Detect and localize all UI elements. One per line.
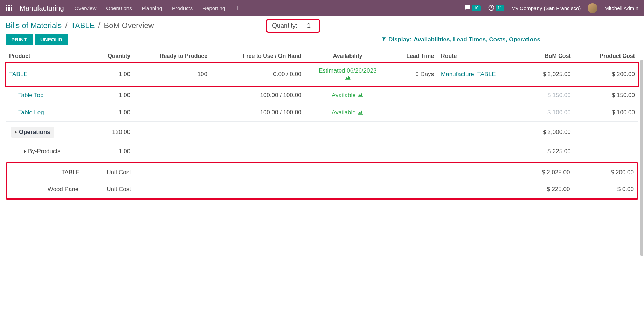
cell-qty: 1.00 [83,104,134,122]
col-bom-cost[interactable]: BoM Cost [510,50,574,62]
col-product[interactable]: Product [6,50,83,62]
avatar[interactable] [588,3,597,13]
quantity-input[interactable] [304,22,314,29]
messages-badge: 10 [472,5,480,11]
user-menu[interactable]: Mitchell Admin [604,5,638,11]
nav-operations[interactable]: Operations [106,5,132,11]
display-filter-prefix: Display: [388,36,411,43]
product-link-table-leg[interactable]: Table Leg [18,109,44,116]
row-component-table-leg: Table Leg 1.00 100.00 / 100.00 Available… [6,104,638,122]
quantity-label: Quantity: [272,22,297,29]
cell-free: 0.00 / 0.00 [211,62,305,87]
cell-qty: 1.00 [83,62,134,87]
apps-icon[interactable] [6,5,13,12]
nav-add-menu-icon[interactable]: + [235,4,240,13]
chat-icon [464,5,471,12]
col-quantity[interactable]: Quantity [83,50,134,62]
nav-overview[interactable]: Overview [75,5,97,11]
availability-ok: Available [332,92,356,99]
cell-product-cost: $ 200.00 [574,62,638,87]
by-products-toggle[interactable]: By-Products [24,148,61,155]
summary-bom-cost: $ 2,025.00 [510,164,574,181]
activities-button[interactable]: 11 [488,4,504,12]
summary-qty-label: Unit Cost [83,181,134,198]
forecast-chart-icon[interactable] [345,75,351,82]
summary-table: TABLE Unit Cost $ 2,025.00 $ 200.00 Wood… [7,164,637,198]
cell-qty: 120:00 [83,121,134,143]
breadcrumb-sep: / [65,21,67,30]
scrollbar[interactable] [640,60,643,200]
display-filter-value: Availabilities, Lead Times, Costs, Opera… [414,36,540,43]
summary-highlight-box: TABLE Unit Cost $ 2,025.00 $ 200.00 Wood… [6,162,638,200]
row-summary-wood-panel: Wood Panel Unit Cost $ 225.00 $ 0.00 [7,181,637,198]
summary-qty-label: Unit Cost [83,164,134,181]
breadcrumb-table[interactable]: TABLE [71,21,95,30]
cell-lead: 0 Days [390,62,437,87]
col-route[interactable]: Route [437,50,510,62]
col-ready[interactable]: Ready to Produce [134,50,211,62]
cell-bom-cost: $ 2,000.00 [510,121,574,143]
company-switcher[interactable]: My Company (San Francisco) [511,5,581,11]
forecast-chart-icon[interactable] [357,92,363,99]
clock-icon [488,4,495,12]
action-row: PRINT UNFOLD Display: Availabilities, Le… [0,34,644,50]
product-link-table[interactable]: TABLE [9,71,28,77]
control-row: Bills of Materials / TABLE / BoM Overvie… [0,16,644,34]
summary-product-cost: $ 200.00 [573,164,637,181]
row-summary-table: TABLE Unit Cost $ 2,025.00 $ 200.00 [7,164,637,181]
cell-bom-cost: $ 150.00 [510,87,574,104]
activities-badge: 11 [496,5,504,11]
navbar: Manufacturing Overview Operations Planni… [0,0,644,16]
cell-ready: 100 [134,62,211,87]
col-product-cost[interactable]: Product Cost [574,50,638,62]
summary-bom-cost: $ 225.00 [510,181,574,198]
col-free[interactable]: Free to Use / On Hand [211,50,305,62]
product-link-table-top[interactable]: Table Top [18,92,43,99]
route-link[interactable]: Manufacture: TABLE [441,71,496,77]
row-operations: Operations 120:00 $ 2,000.00 [6,121,638,143]
nav-planning[interactable]: Planning [142,5,162,11]
forecast-chart-icon[interactable] [357,109,363,116]
nav-right: 10 11 My Company (San Francisco) Mitchel… [464,3,638,13]
breadcrumb-current: BoM Overview [104,21,154,30]
cell-bom-cost: $ 2,025.00 [510,62,574,87]
nav-menu: Overview Operations Planning Products Re… [75,4,240,13]
nav-products[interactable]: Products [172,5,193,11]
cell-free: 100.00 / 100.00 [211,87,305,104]
print-button[interactable]: PRINT [6,34,33,45]
col-availability[interactable]: Availability [305,50,390,62]
display-filter[interactable]: Display: Availabilities, Lead Times, Cos… [381,36,540,43]
availability-estimated: Estimated 06/26/2023 [319,67,376,74]
cell-qty: 1.00 [83,143,134,160]
caret-right-icon [15,130,17,134]
caret-right-icon [24,150,26,153]
breadcrumb: Bills of Materials / TABLE / BoM Overvie… [6,21,154,30]
summary-product: Wood Panel [7,181,83,198]
nav-reporting[interactable]: Reporting [202,5,225,11]
app-brand[interactable]: Manufacturing [20,4,64,12]
breadcrumb-sep: / [98,21,100,30]
row-component-table-top: Table Top 1.00 100.00 / 100.00 Available… [6,87,638,104]
row-main-product: TABLE 1.00 100 0.00 / 0.00 Estimated 06/… [6,62,638,87]
bom-table: Product Quantity Ready to Produce Free t… [6,50,638,160]
availability-ok: Available [332,109,356,116]
cell-free: 100.00 / 100.00 [211,104,305,122]
cell-bom-cost: $ 225.00 [510,143,574,160]
row-by-products: By-Products 1.00 $ 225.00 [6,143,638,160]
operations-toggle[interactable]: Operations [11,127,54,138]
cell-qty: 1.00 [83,87,134,104]
cell-product-cost: $ 100.00 [574,104,638,122]
summary-product-cost: $ 0.00 [573,181,637,198]
breadcrumb-bom[interactable]: Bills of Materials [6,21,62,30]
filter-icon [381,36,386,43]
bom-table-wrap: Product Quantity Ready to Produce Free t… [0,50,644,200]
summary-product: TABLE [7,164,83,181]
cell-product-cost: $ 150.00 [574,87,638,104]
col-lead[interactable]: Lead Time [390,50,437,62]
quantity-group: Quantity: [266,19,320,33]
unfold-button[interactable]: UNFOLD [35,34,68,45]
messages-button[interactable]: 10 [464,5,480,12]
cell-bom-cost: $ 100.00 [510,104,574,122]
